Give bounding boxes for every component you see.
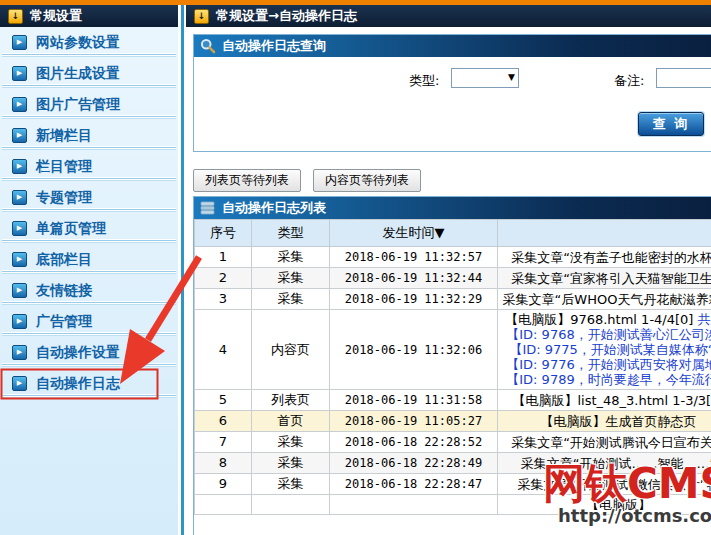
sidebar-item-12[interactable]: ▶自动操作日志	[0, 368, 178, 399]
cell-type: 采集	[252, 474, 330, 495]
cell-no: 6	[195, 411, 252, 432]
sidebar-item-5[interactable]: ▶栏目管理	[0, 151, 178, 182]
cell-time: 2018-06-19 11:05:27	[330, 411, 498, 432]
sidebar-item-3[interactable]: ▶图片广告管理	[0, 89, 178, 120]
chevron-right-icon: ▶	[12, 314, 27, 329]
wait-list-tabs: 列表页等待列表 内容页等待列表	[193, 169, 421, 192]
cell-note: 【电脑版】	[498, 495, 711, 515]
cell-time: 2018-06-18 22:28:47	[330, 474, 498, 495]
query-panel: 自动操作日志查询 类型: ▼ 备注: 查 询	[193, 34, 711, 152]
chevron-right-icon: ▶	[12, 252, 27, 267]
cell-type: 采集	[252, 268, 330, 289]
sidebar-header-title: 常规设置	[30, 7, 82, 25]
table-row: 8采集2018-06-18 22:28:49采集文章“开始测试……智能……”	[195, 453, 711, 474]
cell-type: 首页	[252, 411, 330, 432]
col-header-time-sort[interactable]: 发生时间▼	[330, 220, 498, 247]
sidebar-item-8[interactable]: ▶底部栏目	[0, 244, 178, 275]
cell-note: 【电脑版】9768.html 1-4/4[0] 共4篇【ID: 9768，开始测…	[498, 310, 711, 390]
sidebar-item-6[interactable]: ▶专题管理	[0, 182, 178, 213]
sidebar-item-10[interactable]: ▶广告管理	[0, 306, 178, 337]
tab-list-page-wait[interactable]: 列表页等待列表	[193, 169, 301, 192]
log-table-title: 自动操作日志列表	[222, 199, 326, 217]
query-panel-title: 自动操作日志查询	[222, 37, 326, 55]
cell-no: 1	[195, 247, 252, 268]
tab-content-page-wait[interactable]: 内容页等待列表	[313, 169, 421, 192]
sidebar-menu: ▶网站参数设置▶图片生成设置▶图片广告管理▶新增栏目▶栏目管理▶专题管理▶单篇页…	[0, 27, 178, 535]
chevron-right-icon: ▶	[12, 35, 27, 50]
cell-no: 8	[195, 453, 252, 474]
search-icon	[200, 38, 216, 54]
sidebar-item-label: 图片生成设置	[36, 65, 120, 83]
cell-type	[252, 495, 330, 515]
cell-no: 9	[195, 474, 252, 495]
sidebar-item-label: 自动操作设置	[36, 344, 120, 362]
cell-time: 2018-06-19 11:32:29	[330, 289, 498, 310]
cell-type: 采集	[252, 289, 330, 310]
cell-note: 采集文章“开始测试“微信卖茶叶”特	[498, 474, 711, 495]
sidebar-item-label: 网站参数设置	[36, 34, 120, 52]
cell-time: 2018-06-19 11:32:44	[330, 268, 498, 289]
cell-time: 2018-06-18 22:28:49	[330, 453, 498, 474]
col-header-note	[498, 220, 711, 247]
table-row: 3采集2018-06-19 11:32:29采集文章“后WHOO天气丹花献滋养霜…	[195, 289, 711, 310]
cell-time: 2018-06-19 11:32:57	[330, 247, 498, 268]
list-icon	[200, 201, 216, 215]
table-row: 【电脑版】	[195, 495, 711, 515]
table-row: 1采集2018-06-19 11:32:57采集文章“没有盖子也能密封的水杯，	[195, 247, 711, 268]
cell-note: 【电脑版】list_48_3.html 1-3/3[0]	[498, 390, 711, 411]
sidebar-item-label: 专题管理	[36, 189, 92, 207]
log-table: 序号 类型 发生时间▼ 1采集2018-06-19 11:32:57采集文章“没…	[194, 219, 711, 515]
sidebar-item-11[interactable]: ▶自动操作设置	[0, 337, 178, 368]
sidebar-item-4[interactable]: ▶新增栏目	[0, 120, 178, 151]
sidebar-item-2[interactable]: ▶图片生成设置	[0, 58, 178, 89]
cell-note: 采集文章“开始测试……智能……”	[498, 453, 711, 474]
cell-time: 2018-06-19 11:31:58	[330, 390, 498, 411]
cell-type: 采集	[252, 432, 330, 453]
breadcrumb-header: ↓ 常规设置→自动操作日志	[186, 5, 711, 27]
collapse-arrow-icon: ↓	[8, 9, 23, 24]
chevron-down-icon: ▼	[508, 72, 515, 82]
sidebar-item-9[interactable]: ▶友情链接	[0, 275, 178, 306]
chevron-right-icon: ▶	[12, 190, 27, 205]
sidebar-item-1[interactable]: ▶网站参数设置	[0, 27, 178, 58]
table-row: 7采集2018-06-18 22:28:52采集文章“开始测试腾讯今日宣布关闭	[195, 432, 711, 453]
sidebar-item-label: 栏目管理	[36, 158, 92, 176]
breadcrumb: 常规设置→自动操作日志	[216, 7, 357, 25]
note-input[interactable]	[656, 68, 711, 88]
cell-note: 采集文章“宜家将引入天猫智能卫生间	[498, 268, 711, 289]
cell-no: 2	[195, 268, 252, 289]
cell-type: 采集	[252, 453, 330, 474]
sidebar-item-label: 单篇页管理	[36, 220, 106, 238]
sidebar-item-7[interactable]: ▶单篇页管理	[0, 213, 178, 244]
type-label: 类型:	[409, 72, 439, 90]
sidebar-item-label: 自动操作日志	[36, 375, 120, 393]
sidebar-item-label: 图片广告管理	[36, 96, 120, 114]
cell-no: 5	[195, 390, 252, 411]
sidebar-header: ↓ 常规设置	[0, 5, 178, 27]
col-header-type: 类型	[252, 220, 330, 247]
query-panel-header: 自动操作日志查询	[194, 35, 711, 57]
cell-note: 采集文章“开始测试腾讯今日宣布关闭	[498, 432, 711, 453]
log-table-panel: 自动操作日志列表 序号 类型 发生时间▼ 1采集2018-06-19 11:32…	[193, 196, 711, 535]
type-select[interactable]: ▼	[451, 68, 519, 88]
cell-type: 列表页	[252, 390, 330, 411]
cell-time: 2018-06-18 22:28:52	[330, 432, 498, 453]
sidebar-item-label: 广告管理	[36, 313, 92, 331]
chevron-right-icon: ▶	[12, 97, 27, 112]
chevron-right-icon: ▶	[12, 66, 27, 81]
sidebar-item-label: 友情链接	[36, 282, 92, 300]
cell-note: 【电脑版】生成首页静态页	[498, 411, 711, 432]
cell-no	[195, 495, 252, 515]
sidebar-item-label: 新增栏目	[36, 127, 92, 145]
cell-no: 7	[195, 432, 252, 453]
sidebar-item-label: 底部栏目	[36, 251, 92, 269]
table-row: 4内容页2018-06-19 11:32:06【电脑版】9768.html 1-…	[195, 310, 711, 390]
cell-note: 采集文章“后WHOO天气丹花献滋养霜评	[498, 289, 711, 310]
log-table-header: 自动操作日志列表	[194, 197, 711, 219]
col-header-no: 序号	[195, 220, 252, 247]
search-button[interactable]: 查 询	[638, 112, 704, 136]
cell-no: 4	[195, 310, 252, 390]
note-label: 备注:	[614, 72, 644, 90]
cell-time: 2018-06-19 11:32:06	[330, 310, 498, 390]
chevron-right-icon: ▶	[12, 159, 27, 174]
